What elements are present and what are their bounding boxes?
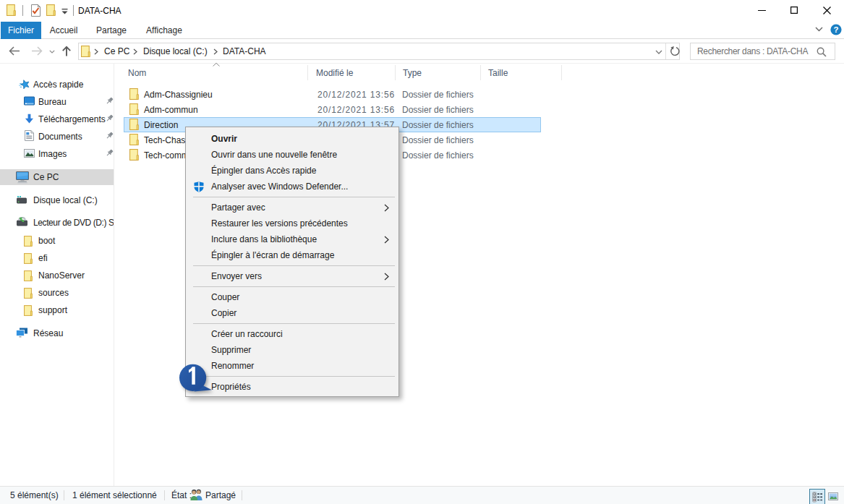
svg-text:?: ? — [833, 25, 838, 34]
